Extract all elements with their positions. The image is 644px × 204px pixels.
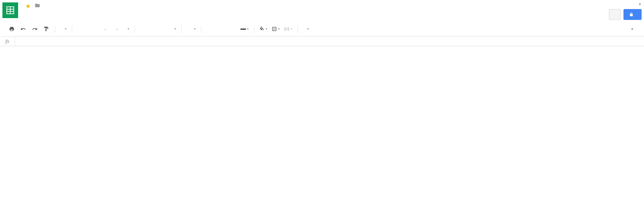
percent-button[interactable] [87, 25, 97, 33]
strikethrough-button[interactable] [228, 25, 238, 33]
print-button[interactable] [7, 25, 17, 33]
chevron-down-icon: ▼ [638, 2, 642, 6]
borders-button[interactable]: ▼ [270, 26, 282, 32]
italic-button[interactable] [216, 25, 227, 33]
user-account[interactable]: ▼ [609, 2, 642, 6]
comments-button[interactable] [609, 9, 620, 20]
merge-cells-button[interactable]: ▼ [283, 26, 294, 32]
folder-icon[interactable] [34, 3, 40, 10]
font-select[interactable]: ▼ [139, 27, 178, 30]
text-color-button[interactable]: ▼ [239, 27, 250, 30]
formula-input[interactable] [15, 37, 644, 46]
fill-color-button[interactable]: ▼ [258, 26, 269, 32]
font-size-select[interactable]: ▼ [185, 27, 197, 30]
decrease-decimal-button[interactable]: ← [99, 25, 109, 33]
bold-button[interactable] [205, 25, 215, 33]
undo-button[interactable] [18, 25, 28, 33]
redo-button[interactable] [30, 25, 40, 33]
fx-label: fx [0, 37, 15, 46]
collapse-toolbar-button[interactable] [627, 25, 637, 33]
currency-button[interactable] [76, 25, 86, 33]
star-icon[interactable]: ★ [25, 2, 31, 10]
more-button[interactable]: ▼ [301, 27, 311, 30]
sheets-logo[interactable] [2, 2, 18, 18]
number-format-select[interactable]: ▼ [122, 27, 131, 30]
toolbar: ▼ ← → ▼ ▼ ▼ ▼ ▼ ▼ ▼ ▼ [0, 22, 644, 37]
paint-format-button[interactable] [41, 25, 51, 33]
lock-icon [629, 12, 633, 17]
share-button[interactable] [623, 9, 642, 20]
increase-decimal-button[interactable]: → [110, 25, 120, 33]
zoom-select[interactable]: ▼ [59, 27, 68, 30]
